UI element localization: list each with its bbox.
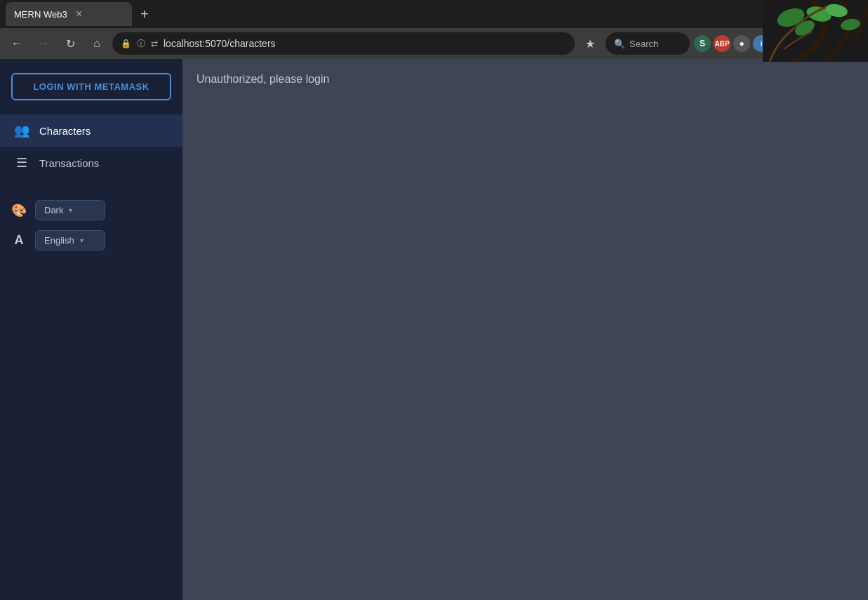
search-icon: 🔍	[614, 39, 625, 49]
bookmark-button[interactable]: ★	[579, 32, 601, 55]
browser-tab[interactable]: MERN Web3 ×	[6, 2, 132, 26]
back-button[interactable]: ←	[6, 32, 28, 55]
ext-circle-icon[interactable]: ●	[733, 35, 750, 52]
theme-label: Dark	[44, 205, 63, 215]
search-box[interactable]: 🔍 Search	[606, 32, 690, 55]
ext-other-icon[interactable]: ⚙	[792, 35, 809, 52]
transactions-icon: ☰	[14, 155, 29, 171]
language-control-row: A English ▾	[11, 230, 171, 251]
ext-info-icon[interactable]: i	[753, 35, 770, 52]
new-tab-button[interactable]: +	[135, 6, 154, 22]
ext-s-icon[interactable]: S	[694, 35, 711, 52]
search-label: Search	[629, 39, 658, 49]
theme-dropdown[interactable]: Dark ▾	[35, 200, 105, 220]
language-label: English	[44, 235, 74, 246]
tab-title: MERN Web3	[14, 9, 67, 20]
theme-icon: 🎨	[11, 203, 27, 218]
menu-button[interactable]: ☰	[840, 32, 862, 55]
browser-toolbar: ← → ↻ ⌂ 🔒 ⓘ ⇄ localhost:5070/characters …	[0, 28, 868, 59]
unauthorized-message: Unauthorized, please login	[196, 73, 854, 86]
language-icon: A	[11, 233, 27, 248]
site-info-icon: ⓘ	[137, 38, 145, 50]
login-metamask-button[interactable]: LOGIN WITH METAMASK	[11, 73, 171, 100]
sidebar-item-characters[interactable]: 👥 Characters	[0, 114, 182, 147]
forward-button[interactable]: →	[32, 32, 55, 55]
security-icon: 🔒	[121, 39, 131, 48]
theme-chevron-icon: ▾	[69, 206, 72, 214]
tab-close-button[interactable]: ×	[73, 8, 86, 20]
reload-button[interactable]: ↻	[59, 32, 81, 55]
connection-icon: ⇄	[151, 39, 158, 48]
extensions-area: S ABP ● i 🦊 ⚙	[694, 35, 809, 52]
ext-adblock-icon[interactable]: ABP	[714, 35, 730, 52]
sidebar-controls: 🎨 Dark ▾ A English ▾	[0, 193, 182, 258]
app-layout: LOGIN WITH METAMASK 👥 Characters ☰ Trans…	[0, 59, 868, 600]
url-display[interactable]: localhost:5070/characters	[163, 38, 276, 49]
main-content: Unauthorized, please login	[182, 59, 868, 600]
tab-bar: MERN Web3 × +	[0, 0, 868, 28]
sidebar: LOGIN WITH METAMASK 👥 Characters ☰ Trans…	[0, 59, 182, 600]
sidebar-item-transactions[interactable]: ☰ Transactions	[0, 147, 182, 179]
theme-control-row: 🎨 Dark ▾	[11, 200, 171, 220]
home-button[interactable]: ⌂	[86, 32, 108, 55]
language-chevron-icon: ▾	[80, 236, 84, 244]
address-bar[interactable]: 🔒 ⓘ ⇄ localhost:5070/characters	[112, 32, 575, 55]
characters-label: Characters	[39, 125, 91, 137]
more-tools-button[interactable]: ››	[813, 32, 836, 55]
characters-icon: 👥	[14, 123, 29, 138]
transactions-label: Transactions	[39, 157, 99, 169]
ext-fox-icon[interactable]: 🦊	[773, 35, 789, 52]
language-dropdown[interactable]: English ▾	[35, 230, 105, 251]
